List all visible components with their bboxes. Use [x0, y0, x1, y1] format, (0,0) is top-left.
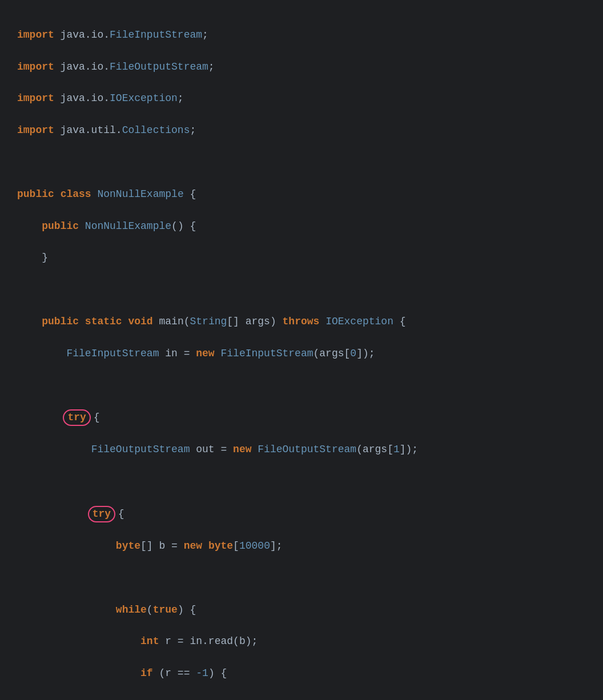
- line-14: FileOutputStream out = new FileOutputStr…: [17, 442, 586, 458]
- line-17: byte[] b = new byte[10000];: [17, 538, 586, 554]
- keyword-void: void: [128, 316, 152, 327]
- keyword-throws: throws: [283, 316, 320, 327]
- line-16: try {: [17, 506, 586, 522]
- keyword-import4: import: [17, 124, 54, 136]
- keyword-public1: public: [17, 188, 54, 200]
- keyword-import3: import: [17, 92, 54, 104]
- keyword-class: class: [61, 188, 91, 200]
- keyword-public2: public: [42, 220, 79, 232]
- keyword-import: import: [17, 29, 54, 41]
- highlight-try1: try: [63, 409, 90, 426]
- keyword-public3: public: [42, 316, 79, 327]
- line-10: public static void main(String[] args) t…: [17, 314, 586, 330]
- line-15: [17, 474, 586, 490]
- line-21: if (r == -1) {: [17, 666, 586, 682]
- code-editor: import java.io.FileInputStream; import j…: [17, 11, 586, 700]
- line-4: import java.util.Collections;: [17, 123, 586, 139]
- line-5: [17, 155, 586, 171]
- line-18: [17, 570, 586, 586]
- keyword-try2: try: [93, 508, 111, 520]
- line-7: public NonNullExample() {: [17, 219, 586, 235]
- line-6: public class NonNullExample {: [17, 187, 586, 203]
- highlight-try2: try: [88, 506, 115, 522]
- keyword-while: while: [116, 604, 147, 615]
- keyword-byte: byte: [116, 540, 140, 552]
- keyword-int: int: [140, 635, 159, 647]
- line-1: import java.io.FileInputStream;: [17, 27, 586, 43]
- line-22: return;: [17, 698, 586, 700]
- keyword-if1: if: [140, 667, 153, 679]
- keyword-new1: new: [196, 348, 214, 359]
- keyword-true: true: [153, 604, 178, 615]
- line-3: import java.io.IOException;: [17, 91, 586, 107]
- line-11: FileInputStream in = new FileInputStream…: [17, 346, 586, 362]
- line-13: try {: [17, 409, 586, 426]
- keyword-static: static: [85, 316, 122, 327]
- line-20: int r = in.read(b);: [17, 634, 586, 650]
- line-12: [17, 377, 586, 393]
- line-19: while(true) {: [17, 602, 586, 618]
- keyword-new2: new: [233, 444, 251, 455]
- line-8: }: [17, 250, 586, 266]
- line-9: [17, 282, 586, 298]
- keyword-new3: new: [184, 540, 202, 552]
- keyword-try1: try: [67, 412, 86, 423]
- keyword-import2: import: [17, 61, 54, 73]
- line-2: import java.io.FileOutputStream;: [17, 59, 586, 75]
- keyword-byte2: byte: [208, 540, 233, 552]
